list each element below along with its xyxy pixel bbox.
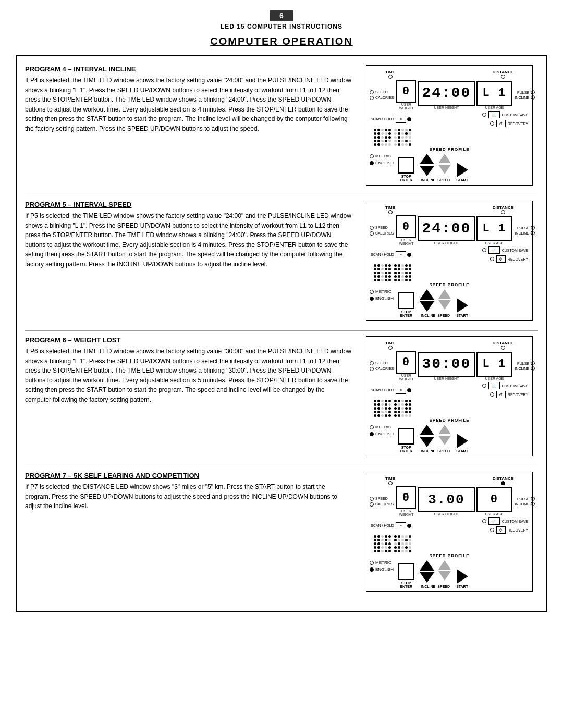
stop-enter-btn-p5[interactable]: STOPENTER (398, 292, 414, 317)
scan-dot-p5 (407, 253, 411, 257)
stop-enter-label-p5: STOPENTER (400, 310, 412, 317)
pulse-dot-p5 (531, 226, 535, 230)
scan-dot-p6 (407, 388, 411, 392)
pulse-dot-p4 (531, 90, 535, 94)
time-display-p4: 24:00 (418, 81, 475, 106)
level-display-p4: L 1 (476, 81, 512, 106)
recovery-icon-p7: ⏱ (496, 526, 506, 534)
stop-enter-btn-p4[interactable]: STOPENTER (398, 157, 414, 182)
scan-dot-p7 (407, 524, 411, 528)
user-height-label-p7: USER HEIGHT (434, 512, 459, 516)
speed-down-btn-p4[interactable] (438, 165, 451, 174)
incline-bottom-label-p5: INCLINE (421, 314, 435, 317)
recovery-row-p5: ⏱ RECOVERY (482, 255, 528, 263)
program-4-text: If P4 is selected, the TIME LED window s… (25, 76, 351, 134)
start-btn-area-p7[interactable]: START (456, 569, 468, 588)
console-diagram-p5: TIME DISTANCE SPEED (366, 201, 533, 321)
incline-up-btn-p4[interactable] (420, 154, 434, 164)
incline-up-btn-p6[interactable] (420, 425, 434, 435)
incline-up-btn-p5[interactable] (420, 289, 434, 300)
small-display-p5: 0 (396, 215, 416, 238)
console-diagram-p4: TIME DISTANCE (366, 65, 533, 186)
speed-down-btn-p5[interactable] (438, 300, 451, 310)
metric-english-p6: METRIC ENGLISH (370, 425, 394, 436)
incline-dot-p6 (531, 366, 535, 371)
page-header-title: LED 15 COMPUTER INSTRUCTIONS (16, 23, 547, 30)
user-height-label-p5: USER HEIGHT (434, 241, 459, 245)
start-label-p7: START (456, 585, 468, 588)
start-play-btn-p6[interactable] (457, 434, 468, 448)
pulse-dot-p6 (531, 361, 535, 365)
incline-down-btn-p5[interactable] (420, 301, 434, 312)
start-btn-area-p6[interactable]: START (456, 434, 468, 453)
stop-enter-label-p4: STOPENTER (400, 175, 412, 182)
program-5-diagram: TIME DISTANCE SPEED (361, 201, 538, 321)
speed-dot-p6 (370, 361, 374, 365)
left-indicators-p7: SPEED CALORIES (370, 497, 394, 507)
start-btn-area-p4[interactable]: START (456, 163, 468, 182)
program-6-diagram: TIME DISTANCE SPEED (361, 336, 538, 456)
start-play-btn-p5[interactable] (457, 298, 468, 313)
right-indicators-p7: PULSE INCLINE (515, 497, 535, 506)
program-5-text-col: PROGRAM 5 – INTERVAL SPEED If P5 is sele… (25, 201, 361, 269)
distance-label-p7: DISTANCE (493, 476, 513, 481)
incline-down-btn-p4[interactable] (420, 166, 434, 176)
start-play-btn-p7[interactable] (457, 569, 468, 584)
stop-enter-square-p7[interactable] (398, 563, 414, 580)
recovery-icon-p6: ⏱ (496, 391, 506, 398)
program-6-text-col: PROGRAM 6 – WEIGHT LOST If P6 is selecte… (25, 336, 361, 405)
start-label-p4: START (456, 178, 468, 182)
speed-up-btn-p5[interactable] (438, 289, 451, 299)
distance-dot-p7 (501, 481, 505, 485)
distance-dot-p6 (501, 346, 505, 350)
small-display-p7: 0 (396, 486, 416, 509)
start-play-btn-p4[interactable] (457, 163, 468, 177)
speed-arrows-p7 (438, 560, 451, 583)
speed-dot-p4 (370, 90, 374, 94)
user-weight-label-p6: USER WEIGHT (396, 374, 416, 381)
program-6-text: If P6 is selected, the TIME LED window s… (25, 347, 351, 405)
user-age-label-p4: USER AGE (485, 106, 504, 109)
incline-arrows-p4 (420, 154, 434, 176)
time-dot-p6 (388, 346, 393, 350)
stop-enter-square-p6[interactable] (398, 428, 414, 445)
speed-up-btn-p6[interactable] (438, 425, 451, 434)
scan-icon-p6: ≡ (396, 387, 406, 394)
calories-dot-p7 (370, 502, 374, 507)
start-btn-area-p5[interactable]: START (456, 298, 468, 317)
buttons-area-p5: STOPENTER (398, 289, 468, 317)
pulse-dot-p7 (531, 497, 535, 501)
incline-arrows-p5 (420, 289, 434, 312)
stop-enter-square-p5[interactable] (398, 292, 414, 309)
custom-save-icon-p6: 📊 (488, 382, 500, 389)
stop-enter-square-p4[interactable] (398, 157, 414, 174)
speed-down-btn-p6[interactable] (438, 436, 451, 445)
speed-up-btn-p7[interactable] (438, 560, 451, 570)
speed-bottom-label-p4: SPEED (437, 178, 450, 182)
speed-profile-label-p5: SPEED PROFILE (370, 282, 529, 287)
metric-english-p7: METRIC ENGLISH (370, 560, 394, 572)
user-height-label-p4: USER HEIGHT (434, 106, 459, 109)
speed-dot-p5 (370, 226, 374, 230)
metric-dot-p6 (370, 425, 374, 429)
distance-dot-p5 (501, 210, 505, 214)
speed-down-btn-p7[interactable] (438, 571, 451, 581)
recovery-dot-p6 (490, 392, 494, 397)
english-dot-p5 (370, 297, 374, 301)
incline-down-btn-p6[interactable] (420, 437, 434, 447)
time-dot-p4 (388, 75, 393, 79)
recovery-row-p6: ⏱ RECOVERY (482, 391, 528, 398)
stop-enter-btn-p6[interactable]: STOPENTER (398, 428, 414, 453)
time-display-p5: 24:00 (418, 216, 475, 241)
speed-up-btn-p4[interactable] (438, 154, 451, 163)
incline-up-btn-p7[interactable] (420, 560, 434, 571)
console-bottom-p7: METRIC ENGLISH STOPENTER (370, 560, 529, 588)
time-label-p4: TIME (385, 70, 395, 75)
user-weight-label-p7: USER WEIGHT (396, 509, 416, 516)
stop-enter-btn-p7[interactable]: STOPENTER (398, 563, 414, 588)
program-7-row: PROGRAM 7 – 5K SELF LEARING AND COMPETIT… (25, 472, 538, 592)
left-indicators-p5: SPEED CALORIES (370, 226, 394, 236)
distance-dot-p4 (501, 75, 505, 79)
program-7-heading: PROGRAM 7 – 5K SELF LEARING AND COMPETIT… (25, 472, 351, 479)
incline-down-btn-p7[interactable] (420, 572, 434, 583)
